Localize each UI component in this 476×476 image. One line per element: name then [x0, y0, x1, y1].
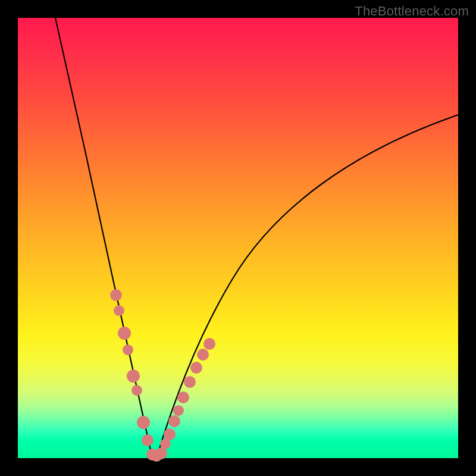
- svg-point-0: [110, 289, 122, 301]
- svg-point-18: [197, 349, 209, 361]
- svg-point-4: [127, 369, 140, 383]
- watermark-text: TheBottleneck.com: [355, 4, 469, 19]
- marker-dots: [110, 289, 215, 462]
- curve-right: [156, 115, 458, 458]
- svg-point-2: [118, 327, 131, 340]
- chart-frame: TheBottleneck.com: [0, 0, 476, 476]
- svg-point-14: [173, 405, 184, 416]
- svg-point-16: [184, 376, 196, 388]
- svg-point-19: [203, 338, 215, 350]
- svg-point-7: [142, 434, 154, 446]
- svg-point-12: [164, 428, 176, 440]
- curve-svg: [18, 18, 458, 458]
- svg-point-6: [137, 416, 150, 429]
- svg-point-3: [123, 345, 133, 355]
- svg-point-5: [131, 385, 142, 396]
- svg-point-13: [168, 415, 180, 427]
- svg-point-15: [177, 392, 189, 403]
- svg-point-17: [190, 362, 202, 374]
- svg-point-1: [114, 305, 124, 316]
- plot-area: [18, 18, 458, 458]
